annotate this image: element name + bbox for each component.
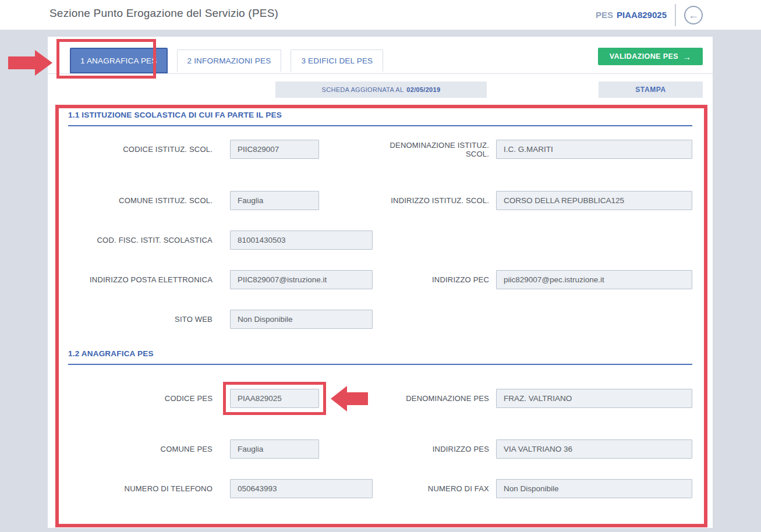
tabs-divider-line	[48, 73, 713, 74]
tab-anagrafica-pes[interactable]: 1 ANAGRAFICA PES	[70, 48, 168, 73]
form-row: COD. FISC. ISTIT. SCOLASTICA	[68, 230, 692, 250]
field-label-numero-fax: NUMERO DI FAX	[373, 484, 489, 493]
annotation-arrow-tabs-icon	[8, 50, 52, 76]
form-content: 1.1 ISTITUZIONE SCOLASTICA DI CUI FA PAR…	[68, 105, 692, 518]
field-label-indirizzo-pec: INDIRIZZO PEC	[373, 275, 489, 284]
field-label-sito-web: SITO WEB	[68, 315, 213, 324]
app-header: Sezione Punto Erogazione del Servizio (P…	[0, 0, 761, 30]
form-row: COMUNE PES INDIRIZZO PES	[68, 439, 692, 459]
field-label-comune-pes: COMUNE PES	[68, 445, 213, 453]
denominazione-pes-field[interactable]	[496, 389, 692, 408]
header-divider	[675, 4, 676, 26]
tab-bar: 1 ANAGRAFICA PES 2 INFORMAZIONI PES 3 ED…	[70, 48, 383, 73]
field-label-denominazione-pes: DENOMINAZIONE PES	[373, 394, 489, 403]
codice-istituz-scol-field[interactable]	[230, 140, 319, 159]
field-label-comune-istituz-scol: COMUNE ISTITUZ. SCOL.	[68, 196, 213, 205]
comune-istituz-scol-field[interactable]	[230, 191, 319, 210]
cod-fisc-field[interactable]	[230, 230, 373, 250]
pes-label: PES	[596, 10, 613, 20]
page-title: Sezione Punto Erogazione del Servizio (P…	[49, 7, 278, 20]
tab-informazioni-pes[interactable]: 2 INFORMAZIONI PES	[177, 49, 282, 72]
numero-fax-field[interactable]	[496, 479, 692, 498]
validazione-pes-button[interactable]: VALIDAZIONE PES →	[598, 48, 703, 65]
field-label-codice-pes: CODICE PES	[68, 394, 213, 403]
scheda-aggiornata-date: 02/05/2019	[406, 86, 440, 93]
field-label-indirizzo-istituz-scol: INDIRIZZO ISTITUZ. SCOL.	[373, 196, 489, 205]
numero-telefono-field[interactable]	[230, 479, 373, 498]
form-row: NUMERO DI TELEFONO NUMERO DI FAX	[68, 479, 692, 498]
form-row: CODICE PES DENOMINAZIONE PES	[68, 389, 692, 408]
tab-edifici-del-pes[interactable]: 3 EDIFICI DEL PES	[291, 49, 383, 72]
field-label-numero-telefono: NUMERO DI TELEFONO	[68, 484, 213, 493]
header-right-cluster: PES PIAA829025 ←	[596, 0, 703, 30]
field-label-denominazione-istituz-scol: DENOMINAZIONE ISTITUZ. SCOL.	[373, 141, 489, 158]
form-row: INDIRIZZO POSTA ELETTRONICA INDIRIZZO PE…	[68, 270, 692, 289]
section-title-istituzione-scolastica: 1.1 ISTITUZIONE SCOLASTICA DI CUI FA PAR…	[68, 111, 692, 126]
indirizzo-pes-field[interactable]	[496, 439, 692, 459]
section-title-anagrafica-pes: 1.2 ANAGRAFICA PES	[68, 349, 692, 365]
pes-card: 1 ANAGRAFICA PES 2 INFORMAZIONI PES 3 ED…	[48, 37, 713, 528]
field-label-indirizzo-pes: INDIRIZZO PES	[373, 445, 489, 453]
scheda-aggiornata-prefix: SCHEDA AGGIORNATA AL	[322, 86, 404, 93]
codice-pes-field[interactable]	[230, 389, 319, 408]
form-row: COMUNE ISTITUZ. SCOL. INDIRIZZO ISTITUZ.…	[68, 191, 692, 210]
field-label-codice-istituz-scol: CODICE ISTITUZ. SCOL.	[68, 145, 213, 154]
field-label-cod-fisc: COD. FISC. ISTIT. SCOLASTICA	[68, 236, 213, 244]
indirizzo-istituz-scol-field[interactable]	[496, 191, 692, 210]
back-arrow-icon[interactable]: ←	[684, 6, 703, 24]
form-row: SITO WEB	[68, 310, 692, 329]
indirizzo-pec-field[interactable]	[496, 270, 692, 289]
arrow-right-icon: →	[682, 52, 691, 62]
pes-code: PIAA829025	[617, 10, 667, 20]
stampa-button[interactable]: STAMPA	[599, 81, 703, 98]
scheda-aggiornata-banner: SCHEDA AGGIORNATA AL 02/05/2019	[275, 81, 487, 98]
comune-pes-field[interactable]	[230, 439, 319, 459]
validazione-pes-label: VALIDAZIONE PES	[610, 52, 678, 61]
denominazione-istituz-scol-field[interactable]	[496, 140, 692, 159]
field-label-posta-elettronica: INDIRIZZO POSTA ELETTRONICA	[68, 275, 213, 284]
posta-elettronica-field[interactable]	[230, 270, 373, 289]
sito-web-field[interactable]	[230, 310, 373, 329]
form-row: CODICE ISTITUZ. SCOL. DENOMINAZIONE ISTI…	[68, 140, 692, 159]
